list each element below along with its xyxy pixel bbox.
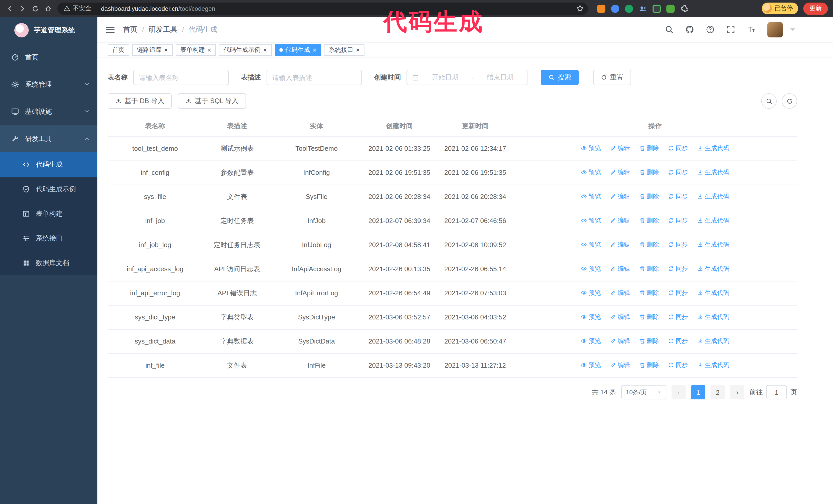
generate-code-link[interactable]: 生成代码	[697, 167, 730, 177]
caret-down-icon[interactable]	[788, 25, 797, 34]
help-icon[interactable]	[706, 25, 715, 34]
next-page-button[interactable]: ›	[730, 385, 744, 400]
generate-code-link[interactable]: 生成代码	[697, 288, 730, 298]
preview-link[interactable]: 预览	[581, 143, 601, 153]
sidebar-item-infra[interactable]: 基础设施	[0, 98, 97, 125]
edit-link[interactable]: 编辑	[610, 312, 630, 322]
preview-link[interactable]: 预览	[581, 312, 601, 322]
preview-link[interactable]: 预览	[581, 239, 601, 250]
sidebar-toggle-icon[interactable]	[105, 24, 115, 34]
sync-link[interactable]: 同步	[668, 167, 688, 177]
sync-link[interactable]: 同步	[668, 336, 688, 346]
sidebar-item-codegen[interactable]: 代码生成	[0, 152, 97, 177]
sidebar-item-devtools[interactable]: 研发工具	[0, 125, 97, 152]
fullscreen-icon[interactable]	[727, 25, 735, 34]
delete-link[interactable]: 删除	[639, 191, 659, 201]
generate-code-link[interactable]: 生成代码	[697, 360, 730, 370]
sidebar-item-home[interactable]: 首页	[0, 44, 97, 71]
bookmark-star-icon[interactable]	[576, 5, 584, 12]
sync-link[interactable]: 同步	[668, 215, 688, 225]
import-db-button[interactable]: 基于 DB 导入	[108, 93, 172, 109]
generate-code-link[interactable]: 生成代码	[697, 264, 730, 274]
edit-link[interactable]: 编辑	[610, 264, 630, 274]
edit-link[interactable]: 编辑	[610, 288, 630, 298]
search-icon[interactable]	[665, 25, 673, 34]
font-size-icon[interactable]	[747, 25, 756, 34]
tab-codegen[interactable]: 代码生成 ×	[275, 44, 321, 56]
browser-reload-button[interactable]	[29, 2, 42, 15]
delete-link[interactable]: 删除	[639, 239, 659, 250]
sync-link[interactable]: 同步	[668, 264, 688, 274]
preview-link[interactable]: 预览	[581, 264, 601, 274]
tab-api[interactable]: 系统接口 ×	[324, 44, 364, 56]
breadcrumb-item[interactable]: 首页	[123, 25, 137, 34]
edit-link[interactable]: 编辑	[610, 336, 630, 346]
table-name-input[interactable]	[133, 70, 229, 85]
browser-forward-button[interactable]	[16, 2, 29, 15]
preview-link[interactable]: 预览	[581, 167, 601, 177]
goto-page-input[interactable]	[766, 385, 787, 400]
page-button-1[interactable]: 1	[691, 385, 705, 400]
browser-home-button[interactable]	[42, 2, 54, 15]
sync-link[interactable]: 同步	[668, 288, 688, 298]
tab-codegen-example[interactable]: 代码生成示例 ×	[219, 44, 271, 56]
extension-icon-people[interactable]	[639, 4, 647, 13]
sync-link[interactable]: 同步	[668, 239, 688, 250]
close-icon[interactable]: ×	[164, 46, 168, 53]
extensions-puzzle-icon[interactable]	[680, 4, 688, 13]
delete-link[interactable]: 删除	[639, 288, 659, 298]
table-desc-input[interactable]	[266, 70, 362, 85]
sidebar-item-api[interactable]: 系统接口	[0, 226, 97, 251]
sidebar-item-codegen-example[interactable]: 代码生成示例	[0, 177, 97, 201]
github-icon[interactable]	[685, 25, 694, 34]
extension-icon-green-circle[interactable]	[625, 4, 633, 13]
sidebar-item-system[interactable]: 系统管理	[0, 71, 97, 98]
close-icon[interactable]: ×	[207, 46, 211, 53]
close-icon[interactable]: ×	[356, 46, 360, 53]
delete-link[interactable]: 删除	[639, 312, 659, 322]
address-bar[interactable]: 不安全 dashboard.yudao.iocoder.cn/tool/code…	[57, 2, 588, 15]
tab-form-builder[interactable]: 表单构建 ×	[175, 44, 216, 56]
extension-icon-blue[interactable]	[611, 4, 619, 13]
user-avatar[interactable]	[767, 22, 783, 37]
edit-link[interactable]: 编辑	[610, 360, 630, 370]
generate-code-link[interactable]: 生成代码	[697, 191, 730, 201]
reset-button[interactable]: 重置	[593, 70, 631, 85]
tab-trace[interactable]: 链路追踪 ×	[132, 44, 172, 56]
prev-page-button[interactable]: ‹	[671, 385, 686, 400]
page-button-2[interactable]: 2	[711, 385, 725, 400]
preview-link[interactable]: 预览	[581, 336, 601, 346]
browser-profile-paused-badge[interactable]: 已暂停	[762, 3, 798, 14]
sync-link[interactable]: 同步	[668, 360, 688, 370]
generate-code-link[interactable]: 生成代码	[697, 143, 730, 153]
sidebar-item-db-doc[interactable]: 数据库文档	[0, 251, 97, 275]
delete-link[interactable]: 删除	[639, 167, 659, 177]
browser-back-button[interactable]	[3, 2, 16, 15]
import-sql-button[interactable]: 基于 SQL 导入	[178, 93, 246, 109]
search-button[interactable]: 搜索	[541, 70, 579, 85]
close-icon[interactable]: ×	[313, 46, 316, 53]
sidebar-item-form-builder[interactable]: 表单构建	[0, 201, 97, 226]
edit-link[interactable]: 编辑	[610, 191, 630, 201]
edit-link[interactable]: 编辑	[610, 239, 630, 250]
generate-code-link[interactable]: 生成代码	[697, 312, 730, 322]
delete-link[interactable]: 删除	[639, 264, 659, 274]
preview-link[interactable]: 预览	[581, 215, 601, 225]
edit-link[interactable]: 编辑	[610, 215, 630, 225]
sync-link[interactable]: 同步	[668, 143, 688, 153]
edit-link[interactable]: 编辑	[610, 143, 630, 153]
sync-link[interactable]: 同步	[668, 191, 688, 201]
preview-link[interactable]: 预览	[581, 360, 601, 370]
delete-link[interactable]: 删除	[639, 215, 659, 225]
generate-code-link[interactable]: 生成代码	[697, 336, 730, 346]
delete-link[interactable]: 删除	[639, 360, 659, 370]
generate-code-link[interactable]: 生成代码	[697, 215, 730, 225]
preview-link[interactable]: 预览	[581, 288, 601, 298]
breadcrumb-item[interactable]: 研发工具	[149, 25, 177, 34]
delete-link[interactable]: 删除	[639, 336, 659, 346]
toggle-search-button[interactable]	[761, 93, 777, 109]
extension-icon-dark[interactable]	[652, 4, 661, 13]
page-size-select[interactable]: 10条/页	[621, 385, 666, 400]
edit-link[interactable]: 编辑	[610, 167, 630, 177]
extension-icon-green-square[interactable]	[666, 4, 674, 13]
